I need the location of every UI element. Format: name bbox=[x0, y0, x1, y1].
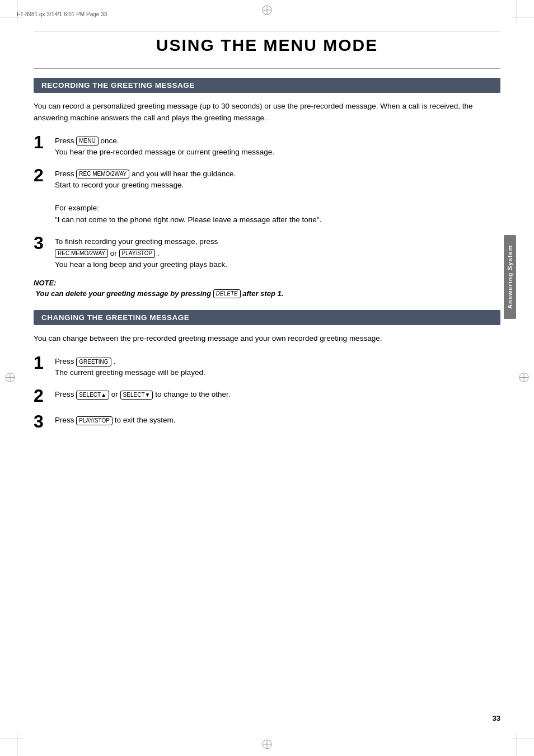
section1-step3: 3 To finish recording your greeting mess… bbox=[34, 234, 500, 270]
page-wrapper: FT-8981.qx 3/14/1 6:01 PM Page 33 USING … bbox=[0, 0, 534, 756]
page-number: 33 bbox=[493, 714, 500, 722]
trim-line bbox=[517, 734, 517, 756]
delete-key: DELETE bbox=[213, 289, 241, 298]
reg-mark-left bbox=[4, 372, 16, 384]
section2-intro: You can change between the pre-recorded … bbox=[34, 333, 500, 345]
step2-1-sub: The current greeting message will be pla… bbox=[55, 368, 205, 377]
step3-sub: You hear a long beep and your greeting p… bbox=[55, 260, 227, 269]
step2-2-text: Press SELECT▲ or SELECT▼ to change to th… bbox=[55, 390, 231, 398]
section1-header: RECORDING THE GREETING MESSAGE bbox=[34, 78, 500, 93]
section2-step3: 3 Press PLAY/STOP to exit the system. bbox=[34, 412, 500, 430]
section2-step1: 1 Press GREETING . The current greeting … bbox=[34, 354, 500, 379]
step3-text: To finish recording your greeting messag… bbox=[55, 237, 218, 257]
rec-memo-key: REC MEMO/2WAY bbox=[76, 170, 129, 179]
step2-2-content: Press SELECT▲ or SELECT▼ to change to th… bbox=[55, 387, 231, 400]
play-stop-key: PLAY/STOP bbox=[119, 249, 156, 258]
section2-header: CHANGING THE GREETING MESSAGE bbox=[34, 310, 500, 325]
step-number-2: 2 bbox=[34, 166, 49, 184]
note-title: NOTE: bbox=[34, 279, 500, 287]
step2-number-1: 1 bbox=[34, 354, 49, 372]
menu-key: MENU bbox=[76, 137, 98, 145]
step2-3-content: Press PLAY/STOP to exit the system. bbox=[55, 412, 175, 426]
page-title: USING THE MENU MODE bbox=[34, 36, 500, 58]
step2-content: Press REC MEMO/2WAY and you will hear th… bbox=[55, 166, 321, 226]
step2-3-text: Press PLAY/STOP to exit the system. bbox=[55, 416, 175, 424]
greeting-key: GREETING bbox=[76, 358, 111, 367]
section2-step2: 2 Press SELECT▲ or SELECT▼ to change to … bbox=[34, 387, 500, 405]
step1-sub: You hear the pre-recorded message or cur… bbox=[55, 148, 274, 156]
reg-mark-bottom bbox=[261, 739, 273, 752]
trim-line bbox=[512, 17, 534, 17]
step2-text: Press REC MEMO/2WAY and you will hear th… bbox=[55, 170, 236, 178]
step-number-3: 3 bbox=[34, 234, 49, 252]
trim-line bbox=[512, 739, 534, 739]
section1-intro: You can record a personalized greeting m… bbox=[34, 101, 500, 124]
trim-line bbox=[517, 0, 517, 22]
section1-step1: 1 Press MENU once. You hear the pre-reco… bbox=[34, 133, 500, 158]
select-up-key: SELECT▲ bbox=[76, 391, 109, 400]
side-tab-wrapper: Answering System bbox=[504, 235, 516, 319]
rec-memo-key2: REC MEMO/2WAY bbox=[55, 249, 108, 258]
step2-number-2: 2 bbox=[34, 387, 49, 405]
step2-sub: Start to record your greeting message. bbox=[55, 181, 184, 189]
step2-1-content: Press GREETING . The current greeting me… bbox=[55, 354, 205, 379]
reg-mark-top bbox=[261, 4, 273, 17]
trim-line bbox=[0, 739, 22, 739]
step1-text: Press MENU once. bbox=[55, 137, 119, 145]
step3-content: To finish recording your greeting messag… bbox=[55, 234, 227, 270]
note-text: You can delete your greeting message by … bbox=[34, 288, 500, 299]
side-tab: Answering System bbox=[504, 235, 516, 319]
note-section: NOTE: You can delete your greeting messa… bbox=[34, 279, 500, 299]
step2-1-text: Press GREETING . bbox=[55, 357, 115, 365]
reg-mark-right bbox=[518, 372, 530, 384]
select-down-key: SELECT▼ bbox=[120, 391, 153, 400]
step-number-1: 1 bbox=[34, 133, 49, 151]
step2-number-3: 3 bbox=[34, 412, 49, 430]
trim-line bbox=[17, 734, 17, 756]
section1-step2: 2 Press REC MEMO/2WAY and you will hear … bbox=[34, 166, 500, 226]
main-content: USING THE MENU MODE RECORDING THE GREETI… bbox=[34, 31, 500, 722]
file-info: FT-8981.qx 3/14/1 6:01 PM Page 33 bbox=[17, 11, 107, 17]
play-stop-key2: PLAY/STOP bbox=[76, 416, 113, 425]
step1-content: Press MENU once. You hear the pre-record… bbox=[55, 133, 274, 158]
for-example: For example: "I can not come to the phon… bbox=[55, 204, 321, 224]
